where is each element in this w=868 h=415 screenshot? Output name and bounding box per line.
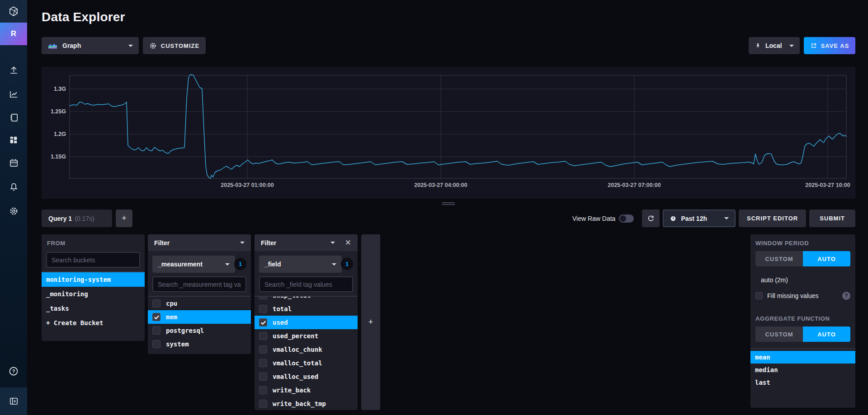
checkbox-unchecked-icon[interactable] [152, 299, 160, 308]
tag-value-search-input[interactable] [153, 281, 245, 288]
svg-text:1.3G: 1.3G [54, 86, 66, 92]
close-icon[interactable]: ✕ [345, 238, 351, 247]
filter-value-row-selected[interactable]: used [255, 316, 358, 329]
help-icon[interactable]: ? [0, 362, 27, 380]
add-query-button[interactable]: + [116, 210, 132, 227]
script-editor-button[interactable]: SCRIPT EDITOR [739, 210, 806, 227]
bell-icon[interactable] [0, 177, 27, 196]
influxdb-logo[interactable] [0, 0, 27, 23]
divider [750, 348, 855, 349]
checkbox-unchecked-icon[interactable] [259, 373, 267, 381]
filter-value-row[interactable]: vmalloc_total [255, 356, 358, 370]
save-as-button[interactable]: SAVE AS [804, 37, 855, 54]
filter-value-label: total [273, 305, 292, 312]
refresh-button[interactable] [642, 210, 660, 227]
tag-key-dropdown[interactable]: _field [259, 256, 342, 273]
query-tab[interactable]: Query 1 (0.17s) [42, 210, 112, 227]
window-auto-button[interactable]: AUTO [803, 251, 850, 266]
query-tab-label: Query 1 [48, 215, 72, 222]
resize-handle[interactable] [442, 202, 455, 205]
sidebar: R ? [0, 0, 27, 415]
checkbox-unchecked-icon[interactable] [259, 332, 267, 340]
clock-icon [670, 215, 677, 222]
panel-toggle-icon[interactable] [0, 387, 27, 415]
svg-text:2025-03-27 07:00:00: 2025-03-27 07:00:00 [608, 182, 660, 188]
checkbox-unchecked-icon[interactable] [259, 400, 267, 408]
filter-value-row[interactable]: total [255, 302, 358, 316]
line-chart-icon[interactable] [0, 85, 27, 103]
aggregate-auto-button[interactable]: AUTO [803, 326, 850, 342]
bucket-search-input[interactable] [47, 256, 139, 264]
filter-value-row[interactable]: vmalloc_used [255, 370, 358, 383]
aggregate-custom-button[interactable]: CUSTOM [755, 326, 803, 342]
filter-value-row-selected[interactable]: mem [148, 310, 251, 324]
filter-value-row[interactable]: write_back_tmp [255, 397, 358, 410]
view-type-label: Graph [62, 42, 81, 49]
notebook-icon[interactable] [0, 108, 27, 126]
checkbox-unchecked-icon[interactable] [259, 305, 267, 313]
checkbox-unchecked-icon[interactable] [259, 345, 267, 354]
checkbox-unchecked-icon[interactable] [259, 386, 267, 394]
checkbox-unchecked-icon[interactable] [259, 297, 267, 299]
query-tab-time: (0.17s) [75, 215, 94, 222]
dashboards-icon[interactable] [0, 131, 27, 149]
calendar-icon[interactable] [0, 154, 27, 172]
checkbox-unchecked-icon[interactable] [259, 359, 267, 367]
export-icon [810, 42, 817, 49]
aggregate-toggle: CUSTOM AUTO [755, 326, 850, 342]
fill-missing-label: Fill missing values [767, 292, 819, 299]
submit-button[interactable]: SUBMIT [809, 210, 855, 227]
chart-svg[interactable]: 1.3G1.25G1.2G1.15G2025-03-27 01:00:00202… [42, 67, 855, 199]
page-title: Data Explorer [42, 10, 125, 24]
area-chart-icon [47, 42, 58, 50]
gear-icon[interactable] [0, 202, 27, 220]
svg-text:1.25G: 1.25G [51, 108, 66, 115]
filter-value-label: vmalloc_total [273, 359, 322, 367]
filter-type-dropdown[interactable]: Filter ✕ [255, 234, 358, 251]
window-period-value: auto (2m) [761, 276, 850, 284]
bucket-item[interactable]: _monitoring [42, 287, 145, 301]
tag-value-search-input[interactable] [260, 281, 352, 288]
add-filter-card-button[interactable]: + [361, 234, 380, 410]
filter-value-row[interactable]: write_back [255, 383, 358, 397]
aggregate-function[interactable]: median [750, 364, 855, 376]
aggregate-function-selected[interactable]: mean [750, 351, 855, 364]
bucket-item[interactable]: _tasks [42, 301, 145, 316]
from-panel: FROM monitoring-system _monitoring _task… [42, 234, 145, 341]
tag-key-dropdown[interactable]: _measurement [152, 256, 235, 273]
checkbox-checked-icon[interactable] [259, 318, 267, 326]
filter-value-label: used [273, 319, 288, 326]
window-period-title: WINDOW PERIOD [755, 240, 850, 247]
filter-type-label: Filter [261, 239, 276, 247]
filter-value-row[interactable]: postgresql [148, 324, 251, 337]
fill-missing-checkbox[interactable] [755, 292, 763, 299]
chevron-down-icon [330, 242, 335, 244]
aggregate-function[interactable]: last [750, 376, 855, 389]
view-type-dropdown[interactable]: Graph [42, 37, 139, 54]
customize-button[interactable]: CUSTOMIZE [143, 37, 206, 54]
filter-value-row[interactable]: vmalloc_chunk [255, 343, 358, 356]
filter-type-dropdown[interactable]: Filter [148, 234, 251, 251]
time-range-dropdown[interactable]: Past 12h [663, 210, 736, 227]
filter-value-row[interactable]: cpu [148, 297, 251, 310]
bucket-item-selected[interactable]: monitoring-system [42, 272, 145, 287]
svg-text:1.2G: 1.2G [54, 131, 66, 137]
view-raw-data-toggle[interactable] [619, 214, 634, 223]
checkbox-unchecked-icon[interactable] [152, 326, 160, 335]
filter-value-row[interactable]: system [148, 337, 251, 351]
filter-value-row-clipped[interactable]: swap_total [255, 297, 358, 302]
gear-icon [149, 42, 157, 50]
chevron-down-icon [240, 242, 245, 244]
upload-icon[interactable] [0, 61, 27, 79]
create-bucket-button[interactable]: + Create Bucket [42, 316, 145, 330]
avatar[interactable]: R [0, 23, 27, 45]
checkbox-checked-icon[interactable] [152, 313, 160, 321]
save-as-label: SAVE AS [821, 42, 849, 49]
local-dropdown[interactable]: Local [749, 37, 800, 54]
help-badge[interactable]: ? [842, 292, 850, 300]
filter-value-label: write_back [273, 387, 311, 394]
checkbox-unchecked-icon[interactable] [152, 340, 160, 348]
filter-type-label: Filter [154, 239, 170, 247]
filter-value-row[interactable]: used_percent [255, 329, 358, 343]
window-custom-button[interactable]: CUSTOM [755, 251, 803, 266]
